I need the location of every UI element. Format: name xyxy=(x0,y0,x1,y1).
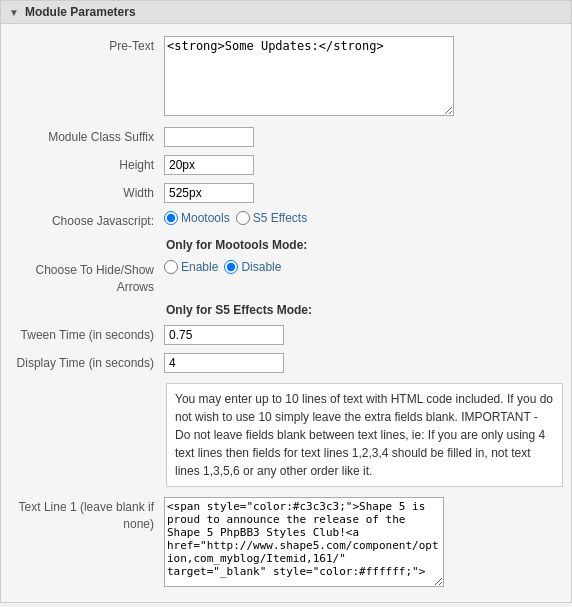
tween-time-value-container xyxy=(164,325,563,345)
enable-radio[interactable] xyxy=(164,260,178,274)
text-line1-row: Text Line 1 (leave blank if none) xyxy=(1,493,571,594)
display-time-value-container xyxy=(164,353,563,373)
tween-time-label: Tween Time (in seconds) xyxy=(9,325,164,344)
pretext-label: Pre-Text xyxy=(9,36,164,55)
params-content: Pre-Text Module Class Suffix Height Widt… xyxy=(1,24,571,602)
javascript-radio-group: Mootools S5 Effects xyxy=(164,211,563,225)
only-mootools-row: Only for Mootools Mode: xyxy=(1,234,571,256)
mootools-label: Mootools xyxy=(181,211,230,225)
disable-radio-item: Disable xyxy=(224,260,281,274)
hide-show-value-container: Enable Disable xyxy=(164,260,563,274)
choose-javascript-value-container: Mootools S5 Effects xyxy=(164,211,563,225)
mootools-radio[interactable] xyxy=(164,211,178,225)
disable-label: Disable xyxy=(241,260,281,274)
choose-javascript-label: Choose Javascript: xyxy=(9,211,164,230)
choose-javascript-row: Choose Javascript: Mootools S5 Effects xyxy=(1,207,571,234)
pretext-value-container xyxy=(164,36,563,119)
collapse-arrow-icon: ▼ xyxy=(9,7,19,18)
disable-radio[interactable] xyxy=(224,260,238,274)
s5effects-radio-item: S5 Effects xyxy=(236,211,307,225)
tween-time-input[interactable] xyxy=(164,325,284,345)
text-line1-value-container xyxy=(164,497,563,590)
section-header[interactable]: ▼ Module Parameters xyxy=(1,1,571,24)
height-label: Height xyxy=(9,155,164,174)
enable-radio-item: Enable xyxy=(164,260,218,274)
hide-show-label: Choose To Hide/Show Arrows xyxy=(9,260,164,296)
hide-show-radio-group: Enable Disable xyxy=(164,260,563,274)
tween-time-row: Tween Time (in seconds) xyxy=(1,321,571,349)
height-input[interactable] xyxy=(164,155,254,175)
only-s5effects-label: Only for S5 Effects Mode: xyxy=(166,303,312,317)
info-box: You may enter up to 10 lines of text wit… xyxy=(166,383,563,487)
pretext-input[interactable] xyxy=(164,36,454,116)
hide-show-row: Choose To Hide/Show Arrows Enable Disabl… xyxy=(1,256,571,300)
module-class-suffix-value-container xyxy=(164,127,563,147)
display-time-label: Display Time (in seconds) xyxy=(9,353,164,372)
enable-label: Enable xyxy=(181,260,218,274)
width-input[interactable] xyxy=(164,183,254,203)
width-value-container xyxy=(164,183,563,203)
module-class-suffix-row: Module Class Suffix xyxy=(1,123,571,151)
section-title: Module Parameters xyxy=(25,5,136,19)
module-params-panel: ▼ Module Parameters Pre-Text Module Clas… xyxy=(0,0,572,603)
mootools-radio-item: Mootools xyxy=(164,211,230,225)
text-line1-label: Text Line 1 (leave blank if none) xyxy=(9,497,164,533)
s5effects-radio[interactable] xyxy=(236,211,250,225)
pretext-row: Pre-Text xyxy=(1,32,571,123)
module-class-suffix-label: Module Class Suffix xyxy=(9,127,164,146)
module-class-suffix-input[interactable] xyxy=(164,127,254,147)
text-line1-input[interactable] xyxy=(164,497,444,587)
height-row: Height xyxy=(1,151,571,179)
only-s5effects-row: Only for S5 Effects Mode: xyxy=(1,299,571,321)
width-row: Width xyxy=(1,179,571,207)
display-time-row: Display Time (in seconds) xyxy=(1,349,571,377)
height-value-container xyxy=(164,155,563,175)
s5effects-label: S5 Effects xyxy=(253,211,307,225)
width-label: Width xyxy=(9,183,164,202)
only-mootools-label: Only for Mootools Mode: xyxy=(166,238,307,252)
display-time-input[interactable] xyxy=(164,353,284,373)
